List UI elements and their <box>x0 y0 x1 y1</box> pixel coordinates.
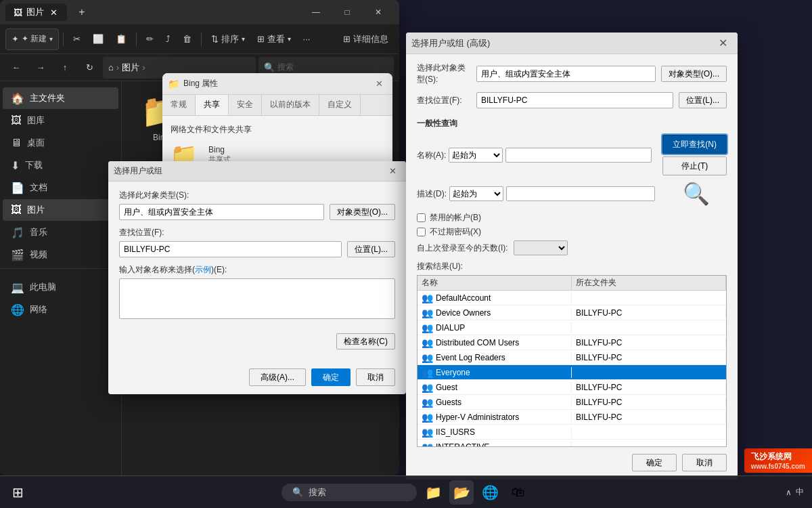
sidebar-item-documents[interactable]: 📄 文档 <box>3 177 118 198</box>
adv-object-type-input[interactable] <box>476 66 656 82</box>
refresh-btn[interactable]: ↻ <box>78 57 100 79</box>
taskbar-search[interactable]: 🔍 搜索 <box>281 484 417 501</box>
view-dropdown-icon: ▾ <box>288 35 291 43</box>
tab-custom[interactable]: 自定义 <box>319 95 361 115</box>
tab-share[interactable]: 共享 <box>196 95 229 115</box>
new-tab-btn[interactable]: + <box>72 3 91 22</box>
sidebar-item-pc[interactable]: 💻 此电脑 › <box>3 276 118 298</box>
results-body: 👥 DefaultAccount 👥 Device Owners BILLYFU… <box>418 291 726 447</box>
copy-btn[interactable]: ⬜ <box>87 28 109 50</box>
advanced-btn[interactable]: 高级(A)... <box>249 368 306 386</box>
minimize-btn[interactable]: — <box>300 0 332 24</box>
sidebar-item-music[interactable]: 🎵 音乐 <box>3 221 118 243</box>
adv-location-input[interactable] <box>476 92 673 108</box>
result-row-5[interactable]: 👥 Everyone <box>418 365 726 380</box>
sidebar-divider <box>0 268 121 274</box>
sidebar-item-network[interactable]: 🌐 网络 › <box>3 299 118 320</box>
result-row-8[interactable]: 👥 Hyper-V Administrators BILLYFU-PC <box>418 410 726 425</box>
cancel-btn[interactable]: 取消 <box>356 368 395 386</box>
result-cell-name-5: 👥 Everyone <box>418 367 572 378</box>
sidebar-item-pictures[interactable]: 🖼 图片 <box>3 199 118 221</box>
example-link[interactable]: 示例 <box>195 265 211 274</box>
toolbar-divider-3 <box>201 33 202 46</box>
no-expire-checkbox[interactable] <box>417 228 426 236</box>
object-type-btn[interactable]: 对象类型(O)... <box>330 204 395 220</box>
object-type-input[interactable] <box>119 204 324 220</box>
adv-name-filter[interactable]: 起始为 <box>449 148 503 163</box>
select-user-small-close[interactable]: ✕ <box>384 163 401 179</box>
check-names-btn[interactable]: 检查名称(C) <box>336 333 395 350</box>
ok-btn[interactable]: 确定 <box>311 368 351 386</box>
close-btn[interactable]: ✕ <box>363 0 394 24</box>
result-row-10[interactable]: 👥 INTERACTIVE <box>418 440 726 447</box>
sidebar-item-home[interactable]: 🏠 主文件夹 <box>3 87 118 109</box>
adv-cancel-btn[interactable]: 取消 <box>682 454 727 471</box>
more-btn[interactable]: ··· <box>298 28 316 50</box>
result-row-4[interactable]: 👥 Event Log Readers BILLYFU-PC <box>418 350 726 365</box>
location-btn[interactable]: 位置(L)... <box>347 241 395 257</box>
tab-previous[interactable]: 以前的版本 <box>262 95 319 115</box>
sidebar-item-desktop[interactable]: 🖥 桌面 <box>3 132 118 154</box>
sidebar-item-gallery[interactable]: 🖼 图库 <box>3 110 118 131</box>
user-icon-0: 👥 <box>422 293 433 303</box>
up-btn[interactable]: ↑ <box>54 57 76 79</box>
result-loc-4: BILLYFU-PC <box>576 353 622 362</box>
result-row-6[interactable]: 👥 Guest BILLYFU-PC <box>418 380 726 395</box>
maximize-btn[interactable]: □ <box>332 0 363 24</box>
adv-name-value[interactable] <box>505 148 652 163</box>
adv-desc-filter[interactable]: 起始为 <box>449 186 503 201</box>
sidebar-item-downloads[interactable]: ⬇ 下载 <box>3 154 118 176</box>
result-cell-loc-1: BILLYFU-PC <box>572 308 726 318</box>
forward-btn[interactable]: → <box>30 57 51 79</box>
tab-general[interactable]: 常规 <box>162 95 196 115</box>
disabled-acc-checkbox[interactable] <box>417 213 426 222</box>
result-row-3[interactable]: 👥 Distributed COM Users BILLYFU-PC <box>418 335 726 350</box>
result-loc-6: BILLYFU-PC <box>576 383 622 392</box>
taskbar-right: ∧ 中 <box>786 486 812 498</box>
sidebar-label-music: 音乐 <box>30 226 47 238</box>
view-btn[interactable]: ⊞ 查看 ▾ <box>252 28 296 50</box>
share-btn[interactable]: ⤴ <box>160 28 176 50</box>
taskbar-center: 🔍 搜索 📁 📂 🌐 🛍 <box>281 480 531 505</box>
taskbar-store-btn[interactable]: 🛍 <box>506 480 531 505</box>
result-cell-name-9: 👥 IIS_IUSRS <box>418 427 572 438</box>
adv-dialog-title: 选择用户或组 (高级) <box>411 37 713 49</box>
adv-ok-btn[interactable]: 确定 <box>632 454 677 471</box>
sort-btn[interactable]: ⇅ 排序 ▾ <box>206 28 250 50</box>
taskbar-edge-btn[interactable]: 🌐 <box>478 480 502 505</box>
adv-object-type-btn[interactable]: 对象类型(O)... <box>661 66 727 82</box>
user-icon-10: 👥 <box>422 442 433 448</box>
details-btn[interactable]: ⊞ 详细信息 <box>338 28 394 50</box>
rename-btn[interactable]: ✏ <box>141 28 159 50</box>
adv-desc-value[interactable] <box>506 186 655 201</box>
result-row-2[interactable]: 👥 DIALUP <box>418 320 726 335</box>
location-input[interactable] <box>119 241 342 257</box>
tab-security[interactable]: 安全 <box>229 95 262 115</box>
search-now-btn[interactable]: 立即查找(N) <box>662 135 727 154</box>
pictures-icon: 🖼 <box>11 204 22 216</box>
adv-location-btn[interactable]: 位置(L)... <box>679 92 727 108</box>
bing-dialog-close[interactable]: ✕ <box>371 76 387 92</box>
object-input[interactable] <box>119 278 395 319</box>
days-select[interactable] <box>514 240 568 255</box>
adv-close-btn[interactable]: ✕ <box>713 34 732 53</box>
paste-btn[interactable]: 📋 <box>110 28 132 50</box>
result-row-9[interactable]: 👥 IIS_IUSRS <box>418 425 726 440</box>
delete-btn[interactable]: 🗑 <box>177 28 197 50</box>
sidebar-item-videos[interactable]: 🎬 视频 <box>3 244 118 266</box>
taskbar-folder-btn[interactable]: 📁 <box>421 480 445 505</box>
stop-btn[interactable]: 停止(T) <box>662 156 727 175</box>
result-row-1[interactable]: 👥 Device Owners BILLYFU-PC <box>418 305 726 320</box>
result-row-7[interactable]: 👥 Guests BILLYFU-PC <box>418 395 726 410</box>
watermark: 飞沙系统网 www.fs0745.com <box>744 448 812 473</box>
tab-close-btn[interactable]: ✕ <box>48 7 59 18</box>
result-row-0[interactable]: 👥 DefaultAccount <box>418 291 726 305</box>
back-btn[interactable]: ← <box>5 57 27 79</box>
explorer-tab[interactable]: 🖼 图片 ✕ <box>5 3 67 21</box>
new-btn[interactable]: ✦ ✦ 新建 ▾ <box>5 28 59 50</box>
result-name-5: Everyone <box>436 368 470 377</box>
cut-btn[interactable]: ✂ <box>68 28 86 50</box>
start-btn[interactable]: ⊞ <box>5 480 30 505</box>
taskbar-explorer-btn[interactable]: 📂 <box>449 480 474 505</box>
adv-object-type-row: 选择此对象类型(S): 对象类型(O)... <box>417 62 727 85</box>
